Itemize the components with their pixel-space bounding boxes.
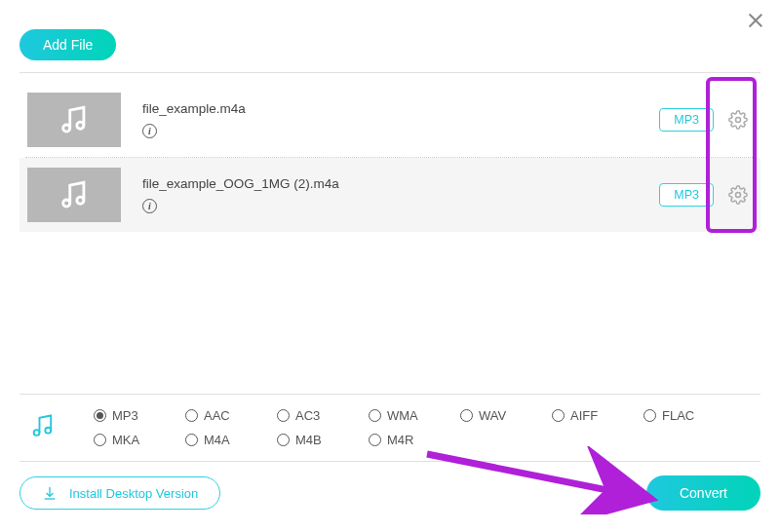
file-list: file_example.m4a i MP3 file_example_OOG_… <box>20 72 760 232</box>
svg-point-7 <box>45 428 51 434</box>
format-option-aiff[interactable]: AIFF <box>552 408 608 423</box>
file-meta: file_example_OOG_1MG (2).m4a i <box>142 176 659 213</box>
format-option-wav[interactable]: WAV <box>460 408 517 423</box>
output-format-section: MP3 AAC AC3 WMA WAV AIFF FLAC MKA M4A M4… <box>20 394 760 462</box>
file-thumbnail <box>27 168 121 222</box>
format-option-ac3[interactable]: AC3 <box>277 408 333 423</box>
file-name: file_example_OOG_1MG (2).m4a <box>142 176 659 191</box>
music-note-icon <box>29 412 57 443</box>
download-icon <box>42 485 58 501</box>
install-label: Install Desktop Version <box>69 486 198 501</box>
radio-icon <box>185 434 198 446</box>
format-label: AIFF <box>570 408 598 423</box>
format-label: M4R <box>387 433 413 447</box>
format-label: FLAC <box>662 408 694 423</box>
svg-point-3 <box>63 200 70 207</box>
format-label: MP3 <box>112 408 138 423</box>
format-label: AAC <box>204 408 230 423</box>
format-label: WAV <box>479 408 506 423</box>
settings-button[interactable] <box>727 184 749 206</box>
file-row[interactable]: file_example_OOG_1MG (2).m4a i MP3 <box>20 158 760 232</box>
format-label: M4B <box>295 433 322 447</box>
format-option-mka[interactable]: MKA <box>94 433 150 447</box>
bottom-bar: Install Desktop Version Convert <box>20 475 760 511</box>
format-option-wma[interactable]: WMA <box>369 408 425 423</box>
svg-point-1 <box>77 122 84 129</box>
format-label: AC3 <box>295 408 320 423</box>
music-note-icon <box>58 103 91 136</box>
svg-point-5 <box>736 193 741 198</box>
music-note-icon <box>58 178 91 211</box>
radio-icon <box>277 434 290 446</box>
radio-icon <box>94 409 106 422</box>
format-option-mp3[interactable]: MP3 <box>94 408 150 423</box>
svg-point-4 <box>77 197 84 204</box>
gear-icon <box>728 110 748 130</box>
svg-point-0 <box>63 125 70 132</box>
file-row[interactable]: file_example.m4a i MP3 <box>20 83 760 157</box>
close-icon[interactable] <box>747 12 764 29</box>
format-label: MKA <box>112 433 139 447</box>
format-option-m4r[interactable]: M4R <box>369 433 425 447</box>
svg-point-2 <box>736 118 741 123</box>
gear-icon <box>728 185 748 205</box>
file-name: file_example.m4a <box>142 101 659 116</box>
radio-icon <box>644 409 656 422</box>
radio-icon <box>277 409 290 422</box>
info-icon[interactable]: i <box>142 199 157 213</box>
format-option-aac[interactable]: AAC <box>185 408 242 423</box>
radio-icon <box>369 434 381 446</box>
format-label: M4A <box>204 433 230 447</box>
format-label: WMA <box>387 408 418 423</box>
add-file-button[interactable]: Add File <box>20 29 116 60</box>
divider <box>20 72 760 73</box>
radio-icon <box>94 434 106 446</box>
format-badge[interactable]: MP3 <box>659 183 714 207</box>
install-desktop-button[interactable]: Install Desktop Version <box>20 476 220 510</box>
format-option-m4b[interactable]: M4B <box>277 433 333 447</box>
file-thumbnail <box>27 93 121 147</box>
format-badge[interactable]: MP3 <box>659 108 714 132</box>
info-icon[interactable]: i <box>142 124 157 138</box>
radio-icon <box>369 409 381 422</box>
radio-icon <box>552 409 565 422</box>
format-option-flac[interactable]: FLAC <box>644 408 700 423</box>
radio-icon <box>460 409 473 422</box>
svg-point-6 <box>34 430 40 436</box>
format-options: MP3 AAC AC3 WMA WAV AIFF FLAC MKA M4A M4… <box>94 408 700 447</box>
settings-button[interactable] <box>727 109 749 131</box>
file-meta: file_example.m4a i <box>142 101 659 138</box>
convert-button[interactable]: Convert <box>646 475 760 511</box>
format-option-m4a[interactable]: M4A <box>185 433 242 447</box>
radio-icon <box>185 409 198 422</box>
